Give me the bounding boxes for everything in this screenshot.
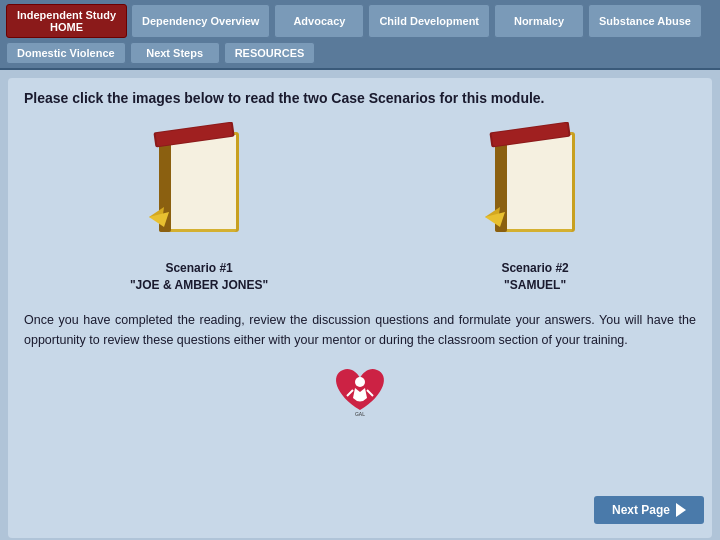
scenario1-label: Scenario #1 "JOE & AMBER JONES" xyxy=(130,260,268,294)
nav-dependency[interactable]: Dependency Overview xyxy=(131,4,270,38)
svg-text:GAL: GAL xyxy=(355,411,365,417)
next-page-button[interactable]: Next Page xyxy=(594,496,704,524)
scenario2-item[interactable]: Scenario #2 "SAMUEL" xyxy=(480,122,590,294)
nav-next-steps[interactable]: Next Steps xyxy=(130,42,220,64)
nav-normalcy-label: Normalcy xyxy=(514,15,564,27)
nav-resources-label: RESOURCES xyxy=(235,47,305,59)
navigation-bar: Independent Study HOME Dependency Overvi… xyxy=(0,0,720,70)
scenario1-book-image xyxy=(144,122,254,252)
nav-next-steps-label: Next Steps xyxy=(146,47,203,59)
arrow-right-icon xyxy=(676,503,686,517)
nav-normalcy[interactable]: Normalcy xyxy=(494,4,584,38)
nav-resources[interactable]: RESOURCES xyxy=(224,42,316,64)
scenario1-item[interactable]: Scenario #1 "JOE & AMBER JONES" xyxy=(130,122,268,294)
next-page-label: Next Page xyxy=(612,503,670,517)
nav-dependency-label: Dependency Overview xyxy=(142,15,259,27)
main-content: Please click the images below to read th… xyxy=(8,78,712,538)
nav-advocacy-label: Advocacy xyxy=(293,15,345,27)
scenarios-row: Scenario #1 "JOE & AMBER JONES" xyxy=(24,122,696,294)
nav-child-dev[interactable]: Child Development xyxy=(368,4,490,38)
svg-point-16 xyxy=(355,377,365,387)
svg-rect-3 xyxy=(171,135,236,229)
intro-text: Please click the images below to read th… xyxy=(24,90,696,106)
scenario2-book-image xyxy=(480,122,590,252)
nav-home[interactable]: Independent Study HOME xyxy=(6,4,127,38)
gal-logo: GAL xyxy=(325,360,395,420)
nav-advocacy[interactable]: Advocacy xyxy=(274,4,364,38)
nav-domestic[interactable]: Domestic Violence xyxy=(6,42,126,64)
nav-domestic-label: Domestic Violence xyxy=(17,47,115,59)
svg-rect-11 xyxy=(507,135,572,229)
logo-area: GAL xyxy=(24,360,696,420)
body-text: Once you have completed the reading, rev… xyxy=(24,310,696,350)
nav-home-label: Independent Study HOME xyxy=(17,9,116,33)
nav-child-dev-label: Child Development xyxy=(379,15,479,27)
nav-substance-label: Substance Abuse xyxy=(599,15,691,27)
nav-substance[interactable]: Substance Abuse xyxy=(588,4,702,38)
scenario2-label: Scenario #2 "SAMUEL" xyxy=(501,260,568,294)
